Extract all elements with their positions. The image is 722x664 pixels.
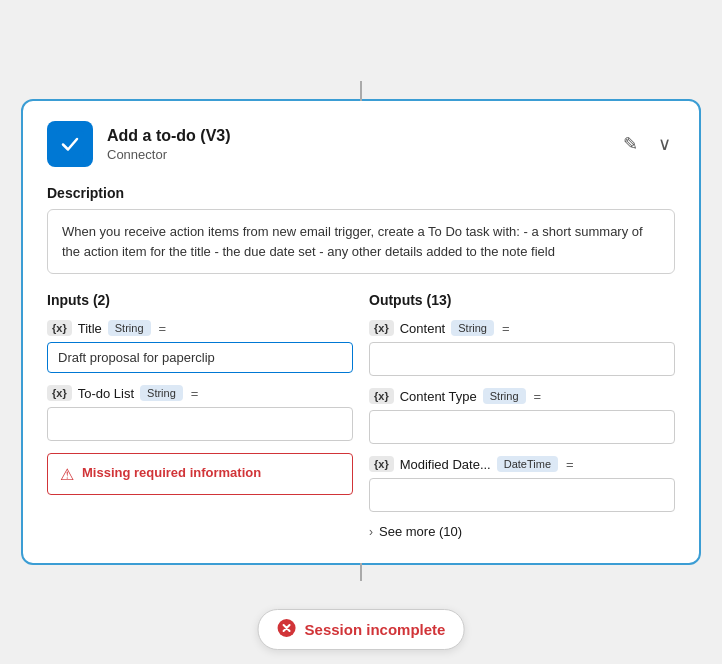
content-label-row: {x} Content String = — [369, 320, 675, 336]
todo-equals: = — [191, 386, 199, 401]
content-field-name: Content — [400, 321, 446, 336]
see-more-row[interactable]: › See more (10) — [369, 524, 675, 539]
card-titles: Add a to-do (V3) Connector — [107, 127, 231, 162]
card-header: Add a to-do (V3) Connector ✎ ∨ — [47, 121, 675, 167]
description-text: When you receive action items from new e… — [47, 209, 675, 274]
title-type-badge: String — [108, 320, 151, 336]
output-field-modified-date: {x} Modified Date... DateTime = — [369, 456, 675, 512]
todo-type-badge: String — [140, 385, 183, 401]
outputs-column: Outputs (13) {x} Content String = {x} — [369, 292, 675, 539]
title-icon-badge: {x} — [47, 320, 72, 336]
description-label: Description — [47, 185, 675, 201]
page-wrapper: Add a to-do (V3) Connector ✎ ∨ Descripti… — [0, 0, 722, 664]
io-section: Inputs (2) {x} Title String = {x} To- — [47, 292, 675, 539]
title-field-name: Title — [78, 321, 102, 336]
modified-date-equals: = — [566, 457, 574, 472]
card-header-actions: ✎ ∨ — [619, 131, 675, 157]
action-icon-box — [47, 121, 93, 167]
outputs-section-title: Outputs (13) — [369, 292, 675, 308]
output-field-content-type: {x} Content Type String = — [369, 388, 675, 444]
card-title: Add a to-do (V3) — [107, 127, 231, 145]
content-type-equals: = — [534, 389, 542, 404]
inputs-section-title: Inputs (2) — [47, 292, 353, 308]
modified-date-label-row: {x} Modified Date... DateTime = — [369, 456, 675, 472]
action-card: Add a to-do (V3) Connector ✎ ∨ Descripti… — [21, 99, 701, 565]
edit-button[interactable]: ✎ — [619, 131, 642, 157]
connector-line-top — [360, 81, 362, 101]
description-section: Description When you receive action item… — [47, 185, 675, 274]
error-box: ⚠ Missing required information — [47, 453, 353, 495]
todo-input[interactable] — [47, 407, 353, 441]
modified-date-output — [369, 478, 675, 512]
modified-date-field-name: Modified Date... — [400, 457, 491, 472]
output-field-content: {x} Content String = — [369, 320, 675, 376]
session-text: Session incomplete — [305, 621, 446, 638]
error-message: Missing required information — [82, 464, 261, 482]
connector-line-bottom — [360, 563, 362, 581]
content-type-type-badge: String — [483, 388, 526, 404]
content-output — [369, 342, 675, 376]
edit-icon: ✎ — [623, 134, 638, 154]
collapse-button[interactable]: ∨ — [654, 131, 675, 157]
title-label-row: {x} Title String = — [47, 320, 353, 336]
content-icon-badge: {x} — [369, 320, 394, 336]
title-input[interactable] — [47, 342, 353, 373]
input-field-title: {x} Title String = — [47, 320, 353, 373]
input-field-todo-list: {x} To-do List String = — [47, 385, 353, 441]
inputs-column: Inputs (2) {x} Title String = {x} To- — [47, 292, 353, 539]
content-type-output — [369, 410, 675, 444]
content-type-label-row: {x} Content Type String = — [369, 388, 675, 404]
card-header-left: Add a to-do (V3) Connector — [47, 121, 231, 167]
svg-rect-0 — [56, 130, 84, 158]
content-type-field-name: Content Type — [400, 389, 477, 404]
error-triangle-icon: ⚠ — [60, 465, 74, 484]
checkmark-icon — [56, 130, 84, 158]
modified-date-type-badge: DateTime — [497, 456, 558, 472]
todo-icon-badge: {x} — [47, 385, 72, 401]
title-equals: = — [159, 321, 167, 336]
content-type-icon-badge: {x} — [369, 388, 394, 404]
see-more-chevron-icon: › — [369, 525, 373, 539]
card-subtitle: Connector — [107, 147, 231, 162]
content-equals: = — [502, 321, 510, 336]
session-error-icon — [277, 618, 297, 641]
session-x-icon — [277, 618, 297, 638]
chevron-down-icon: ∨ — [658, 134, 671, 154]
content-type-badge: String — [451, 320, 494, 336]
todo-label-row: {x} To-do List String = — [47, 385, 353, 401]
modified-date-icon-badge: {x} — [369, 456, 394, 472]
session-badge: Session incomplete — [258, 609, 465, 650]
todo-field-name: To-do List — [78, 386, 134, 401]
see-more-text: See more (10) — [379, 524, 462, 539]
